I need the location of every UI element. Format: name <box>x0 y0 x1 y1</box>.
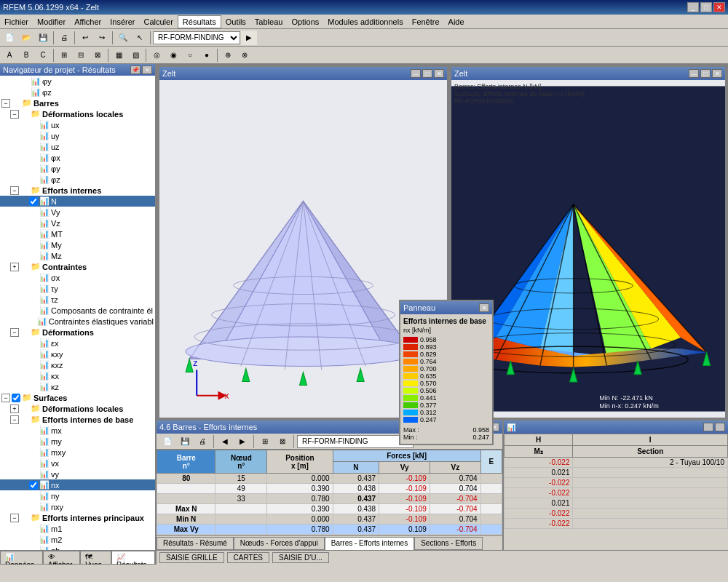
menu-item-aide[interactable]: Aide <box>444 16 469 28</box>
tree-item-efforts-base[interactable]: −📁Efforts internes de base <box>0 414 155 425</box>
select-btn[interactable]: ↖ <box>132 31 148 45</box>
tree-expand-efforts-int[interactable]: − <box>10 186 19 195</box>
t2-btn14[interactable]: ⊗ <box>237 48 253 63</box>
tree-expand-def-loc[interactable]: − <box>10 110 19 119</box>
undo-btn[interactable]: ↩ <box>77 31 93 45</box>
redo-btn[interactable]: ↪ <box>94 31 110 45</box>
tree-item-My[interactable]: 📊My <box>0 239 155 250</box>
tab-vues[interactable]: 🗺 Vues <box>80 551 111 565</box>
tree-item-nxy[interactable]: 📊nxy <box>0 501 155 512</box>
tree-expand-efforts-base[interactable]: − <box>10 415 19 424</box>
status-btn-saisie[interactable]: SAISIE D'U... <box>272 552 329 563</box>
table-row[interactable]: 33 0.780 0.437 -0.109 -0.704 <box>157 494 502 504</box>
tree-cb-nx[interactable] <box>29 481 38 490</box>
open-btn[interactable]: 📂 <box>18 31 34 45</box>
rmp-close[interactable] <box>715 423 725 431</box>
rtp-row[interactable]: 0.021 <box>505 498 728 509</box>
table-row[interactable]: 80 15 0.000 0.437 -0.109 0.704 <box>157 474 502 484</box>
t2-btn11[interactable]: ○ <box>182 48 198 63</box>
tree-item-m2[interactable]: 📊m2 <box>0 534 155 545</box>
tree-cb-surfaces[interactable] <box>12 394 20 402</box>
tab-3[interactable]: Sections - Efforts <box>414 537 483 550</box>
rmp-pin[interactable] <box>703 423 713 431</box>
menu-item-outils[interactable]: Outils <box>221 16 250 28</box>
t2-btn9[interactable]: ◎ <box>149 48 165 63</box>
tab-resultats[interactable]: 📈 Résultats <box>111 551 155 565</box>
tree-item-Mz[interactable]: 📊Mz <box>0 250 155 261</box>
rtp-row[interactable]: 0.021 <box>505 468 728 478</box>
minimize-btn[interactable]: _ <box>687 2 699 12</box>
left-vp-min[interactable]: — <box>411 69 421 78</box>
maximize-btn[interactable]: □ <box>700 2 712 12</box>
tab-2[interactable]: Barres - Efforts internes <box>325 537 414 550</box>
close-btn[interactable]: ✕ <box>713 2 725 12</box>
tree-item-comp-cont[interactable]: 📊Composants de contrainte él <box>0 305 155 316</box>
tree-item-efforts-princ[interactable]: −📁Efforts internes principaux <box>0 512 155 523</box>
tree-item-mxy[interactable]: 📊mxy <box>0 447 155 458</box>
panel-pin-btn[interactable]: 📌 <box>130 65 141 74</box>
rtp-row[interactable]: -0.022 2 - Tuyau 100/10 <box>505 458 728 468</box>
tbl-btn4[interactable]: ◀ <box>217 434 233 449</box>
table-row[interactable]: Max N 0.390 0.438 -0.109 -0.704 <box>157 504 502 514</box>
tree-item-ox[interactable]: 📊φx <box>0 152 155 163</box>
t2-btn13[interactable]: ⊕ <box>220 48 236 63</box>
tree-item-kxz[interactable]: 📊κxz <box>0 359 155 370</box>
tree-expand-contraintes[interactable]: + <box>10 263 19 271</box>
tree-item-vy-s[interactable]: 📊vy <box>0 469 155 479</box>
menu-item-afficher[interactable]: Afficher <box>70 16 106 28</box>
tree-item-Vz[interactable]: 📊Vz <box>0 218 155 228</box>
tree-item-def-loc-s[interactable]: +📁Déformations locales <box>0 403 155 414</box>
menu-item-fenêtre[interactable]: Fenêtre <box>408 16 444 28</box>
left-vp-max[interactable]: □ <box>422 69 432 78</box>
right-vp-min[interactable]: — <box>689 69 699 78</box>
tree-item-tz[interactable]: 📊τz <box>0 294 155 305</box>
tab-1[interactable]: Nœuds - Forces d'appui <box>234 537 325 550</box>
print-btn[interactable]: 🖨 <box>56 31 72 45</box>
tbl-btn5[interactable]: ▶ <box>234 434 250 449</box>
tree-item-uy[interactable]: 📊uy <box>0 130 155 141</box>
menu-item-modules-additionnels[interactable]: Modules additionnels <box>323 16 407 28</box>
tree-item-kz[interactable]: 📊κz <box>0 381 155 392</box>
menu-item-fichier[interactable]: Fichier <box>0 16 33 28</box>
tree-item-ex[interactable]: 📊εx <box>0 338 155 348</box>
tree-item-deformations-b[interactable]: −📁Déformations <box>0 327 155 338</box>
tree-item-my-s[interactable]: 📊my <box>0 436 155 447</box>
tree-item-ty[interactable]: 📊τy <box>0 283 155 294</box>
tree-item-uz[interactable]: 📊uz <box>0 141 155 152</box>
panel-close-btn[interactable]: ✕ <box>142 65 152 74</box>
tab-0[interactable]: Résultats - Résumé <box>157 537 234 550</box>
tree-item-nx[interactable]: 📊nx <box>0 479 155 490</box>
tree-item-contraintes[interactable]: +📁Contraintes <box>0 261 155 272</box>
tbl-btn3[interactable]: 🖨 <box>194 434 210 449</box>
tree-item-vx[interactable]: 📊vx <box>0 458 155 469</box>
menu-item-insérer[interactable]: Insérer <box>106 16 139 28</box>
menu-item-options[interactable]: Options <box>287 16 323 28</box>
menu-item-tableau[interactable]: Tableau <box>250 16 288 28</box>
zoom-btn[interactable]: 🔍 <box>115 31 131 45</box>
rtp-row[interactable]: -0.022 <box>505 478 728 488</box>
tab-donnees[interactable]: 📊 Données <box>0 551 43 565</box>
tbl-case-combo[interactable]: RF-FORM-FINDING <box>297 435 414 448</box>
tree-item-ny[interactable]: 📊ny <box>0 490 155 501</box>
tree-item-Vy[interactable]: 📊Vy <box>0 207 155 218</box>
tree-expand-efforts-princ[interactable]: − <box>10 514 19 522</box>
menu-item-modifier[interactable]: Modifier <box>33 16 70 28</box>
tree-item-efforts-int[interactable]: −📁Efforts internes <box>0 185 155 196</box>
tree-item-mx[interactable]: 📊mx <box>0 425 155 436</box>
t2-btn5[interactable]: ⊟ <box>73 48 89 63</box>
tree-item-barres[interactable]: −📁Barres <box>0 97 155 108</box>
table-row[interactable]: Max Vy 0.780 0.437 0.109 -0.704 <box>157 525 502 535</box>
right-vp-close[interactable]: ✕ <box>712 69 722 78</box>
t2-btn12[interactable]: ● <box>199 48 215 63</box>
tree-item-cont-elas[interactable]: 📊Contraintes élastiques variabl <box>0 316 155 327</box>
tree-item-gy[interactable]: 📊φy <box>0 76 155 87</box>
status-btn-grille[interactable]: SAISIE GRILLE <box>159 552 224 563</box>
tbl-btn7[interactable]: ⊠ <box>274 434 290 449</box>
left-vp-close[interactable]: ✕ <box>434 69 444 78</box>
tree-expand-deformations-b[interactable]: − <box>10 328 19 337</box>
tree-item-sx[interactable]: 📊σx <box>0 272 155 283</box>
case-combo[interactable]: RF-FORM-FINDING <box>153 31 240 44</box>
t2-btn8[interactable]: ▧ <box>127 48 143 63</box>
t2-btn7[interactable]: ▦ <box>111 48 127 63</box>
menu-item-calculer[interactable]: Calculer <box>139 16 177 28</box>
